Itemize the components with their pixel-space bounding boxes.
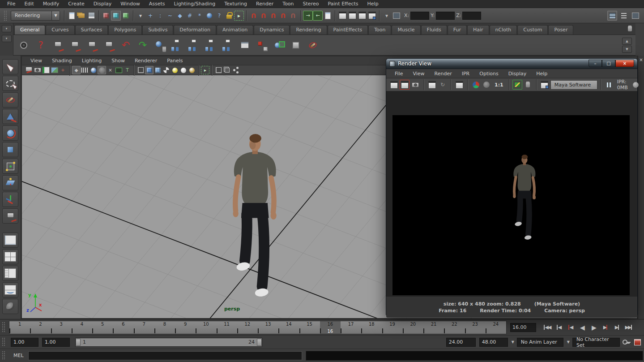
make-live-icon[interactable]: U [288, 11, 298, 21]
time-slider-grip[interactable] [2, 322, 5, 333]
render-view-menu-item[interactable]: Render [430, 71, 457, 77]
panel-menu-item[interactable]: View [26, 58, 47, 64]
film-gate-icon[interactable] [81, 66, 89, 74]
mask-dropdown-icon[interactable]: ▾ [136, 11, 145, 21]
default-lighting-icon[interactable] [171, 66, 179, 74]
renderer-select[interactable]: Maya Software [550, 80, 597, 90]
mask-deformations-icon[interactable]: # [185, 11, 195, 21]
close-button[interactable]: × [615, 60, 634, 67]
shelf-tab[interactable]: PaintEffects [328, 25, 368, 34]
timeline-frame-15[interactable]: 15 [299, 321, 320, 334]
snap-to-view-plane-icon[interactable]: U [278, 11, 288, 21]
mask-curves-icon[interactable]: ~ [165, 11, 175, 21]
rgb-channels-icon[interactable] [471, 80, 481, 90]
render-frame-icon[interactable] [389, 80, 399, 90]
wireframe-mode-icon[interactable] [136, 66, 145, 74]
menubar-item[interactable]: Create [64, 1, 89, 7]
go-to-end-button[interactable]: ▶▶ [623, 322, 634, 333]
scale-tool-icon[interactable] [2, 142, 18, 157]
paint-effects-panel-icon[interactable] [2, 299, 18, 314]
shelf-tab[interactable]: Rendering [290, 25, 327, 34]
outliner-persp-layout-icon[interactable] [2, 266, 18, 281]
timeline-frame-5[interactable]: 5 [92, 321, 113, 334]
timeline-frame-23[interactable]: 23 [465, 321, 486, 334]
menubar-item[interactable]: Toon [278, 1, 298, 7]
maximize-button[interactable]: □ [602, 60, 615, 67]
render-settings-icon[interactable] [367, 11, 377, 21]
sphere-trash-icon[interactable] [152, 38, 167, 53]
menubar-item[interactable]: Help [363, 1, 383, 7]
redo-arrow-icon[interactable]: ↷ [135, 38, 150, 53]
ipr-render-icon[interactable] [427, 80, 437, 90]
editor-window-icon[interactable] [237, 38, 252, 53]
chevron-down-icon[interactable]: ▼ [512, 340, 514, 344]
shelf-tab[interactable]: Subdivs [142, 25, 173, 34]
graph-nodes-3-icon[interactable] [203, 38, 218, 53]
animation-end-field[interactable] [479, 338, 508, 347]
animation-start-field[interactable] [11, 338, 38, 347]
render-view-titlebar[interactable]: Render View – □ × [386, 59, 637, 69]
panel-menu-item[interactable]: Lighting [77, 58, 107, 64]
four-pane-layout-icon[interactable] [2, 249, 18, 264]
timeline-frame-9[interactable]: 9 [175, 321, 196, 334]
shelf-tab[interactable]: Deformation [174, 25, 216, 34]
save-scene-icon[interactable] [86, 11, 96, 21]
timeline-frame-3[interactable]: 3 [51, 321, 72, 334]
shelf-tab[interactable]: Muscle [392, 25, 420, 34]
timeline-frame-1[interactable]: 1 [9, 321, 30, 334]
menubar-item[interactable]: Texturing [220, 1, 252, 7]
timeline-frame-14[interactable]: 14 [278, 321, 299, 334]
y-coordinate-input[interactable] [436, 12, 455, 20]
timeline-frame-4[interactable]: 4 [72, 321, 92, 334]
timeline-frame-19[interactable]: 19 [382, 321, 403, 334]
menubar-item[interactable]: File [3, 1, 20, 7]
render-view-menu-item[interactable]: IPR [457, 71, 475, 77]
shelf-tab[interactable]: Fur [448, 25, 467, 34]
use-all-lights-mode-icon[interactable] [162, 66, 171, 74]
chevron-down-icon[interactable]: ▼ [567, 340, 570, 344]
toolbar-grip[interactable] [4, 10, 7, 21]
shelf-tab[interactable]: Toon [368, 25, 391, 34]
lock-selection-icon[interactable] [224, 11, 234, 21]
select-by-component-icon[interactable] [121, 11, 131, 21]
no-lights-icon[interactable] [188, 66, 196, 74]
region-render-icon[interactable] [454, 80, 464, 90]
menubar-item[interactable]: Stereo [299, 1, 324, 7]
timeline-frame-16[interactable]: 1616 [320, 321, 341, 334]
rendered-image[interactable] [392, 115, 630, 295]
command-line-grip[interactable] [2, 351, 5, 360]
panel-menu-item[interactable]: Panels [162, 58, 188, 64]
shelf-tab[interactable]: Poser [548, 25, 573, 34]
menubar-item[interactable]: Modify [38, 1, 64, 7]
output-connections-icon[interactable]: ← [313, 11, 323, 21]
single-pane-layout-icon[interactable] [2, 233, 18, 248]
mask-handles-icon[interactable]: : [155, 11, 165, 21]
timeline-frame-17[interactable]: 17 [341, 321, 361, 334]
x-coordinate-input[interactable] [410, 12, 429, 20]
z-coordinate-input[interactable] [462, 12, 481, 20]
mask-points-icon[interactable]: + [145, 11, 155, 21]
panel-menu-item[interactable]: Renderer [130, 58, 162, 64]
menubar-item[interactable]: Render [252, 1, 278, 7]
shelf-tab[interactable]: Hair [467, 25, 489, 34]
timeline-ruler[interactable]: 1234567891011121314151616171819202122232… [9, 321, 507, 334]
safe-action-icon[interactable] [115, 66, 123, 74]
mask-dynamics-icon[interactable]: * [195, 11, 205, 21]
dolly-camera-icon[interactable] [84, 38, 99, 53]
snap-to-grid-icon[interactable]: U [249, 11, 259, 21]
track-camera-icon[interactable] [67, 38, 82, 53]
render-view-menu-item[interactable]: Help [531, 71, 552, 77]
shelf-menu-button[interactable]: ▾ [2, 35, 12, 42]
timeline-frame-10[interactable]: 10 [196, 321, 216, 334]
ipr-update-region-icon[interactable] [631, 80, 641, 90]
show-manipulator-tool-icon[interactable] [2, 192, 18, 207]
wireframe-on-shaded-icon[interactable] [214, 66, 223, 74]
command-language-label[interactable]: MEL [13, 353, 24, 358]
timeline-frame-6[interactable]: 6 [113, 321, 133, 334]
shelf-tab[interactable]: Fluids [421, 25, 447, 34]
keep-image-icon[interactable] [512, 80, 522, 90]
poly-cubes-icon[interactable] [288, 38, 303, 53]
timeline-frame-8[interactable]: 8 [154, 321, 175, 334]
highlight-selection-icon[interactable]: ▸ [234, 11, 244, 21]
timeline-frame-20[interactable]: 20 [403, 321, 423, 334]
